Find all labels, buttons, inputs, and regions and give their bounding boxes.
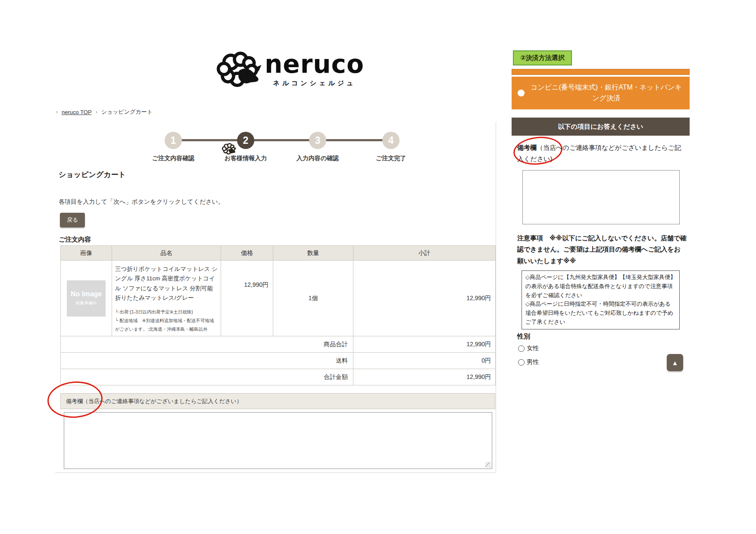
site-logo[interactable]: neruco ネルコンシェルジュ — [216, 50, 364, 89]
col-header-image: 画像 — [61, 246, 112, 261]
col-header-price: 価格 — [221, 246, 273, 261]
brand-subtitle: ネルコンシェルジュ — [273, 79, 356, 87]
resize-handle-icon[interactable] — [485, 462, 491, 468]
payment-section-bar — [512, 69, 690, 75]
item-quantity: 1個 — [273, 261, 353, 336]
step-circle-4: 4 — [382, 132, 400, 149]
col-header-subtotal: 小計 — [353, 246, 496, 261]
item-subtotal: 12,990円 — [353, 261, 496, 336]
item-price: 12,990円 — [221, 261, 273, 336]
breadcrumb-arrow-icon: › — [56, 109, 58, 115]
back-button[interactable]: 戻る — [60, 213, 85, 227]
radio-female-icon[interactable] — [518, 345, 525, 352]
step-circle-2: 2 — [237, 132, 254, 149]
grand-total-label: 合計金額 — [61, 369, 353, 385]
payment-radio-icon[interactable] — [518, 90, 525, 96]
table-row-shipping-fee: 送料 0円 — [61, 353, 496, 369]
remarks-label-right: 備考欄（当店へのご連絡事項などがございましたらご記入ください) — [517, 142, 685, 164]
breadcrumb-arrow-icon: › — [96, 109, 97, 115]
shipping-fee-value: 0円 — [353, 353, 496, 369]
remarks-textarea-left[interactable] — [64, 412, 492, 469]
radio-male-icon[interactable] — [518, 359, 525, 366]
remarks-keyword: 備考欄 — [517, 144, 537, 151]
notice-box: ◇商品ページに【九州発大型家具便】【埼玉発大型家具便】の表示がある場合特殊な配送… — [522, 270, 680, 329]
merchandise-total-label: 商品合計 — [61, 336, 353, 353]
shipping-note: └ 出荷:{1-3日以内出荷予定※土日祝除} — [115, 308, 218, 317]
brand-wordmark: neruco — [265, 52, 364, 77]
notice-paragraph-2: ◇商品ページに日時指定不可・時間指定不可の表示がある場合希望日時をいただいてもご… — [525, 300, 676, 326]
cart-item-row: No Image 画像準備中 三つ折りポケットコイルマットレス シングル 厚さ1… — [61, 261, 496, 336]
screenshot-edge-vertical — [496, 122, 496, 472]
breadcrumb-home-link[interactable]: neruco TOP — [62, 109, 92, 115]
remarks-textarea-right[interactable] — [522, 170, 680, 224]
grand-total-value: 12,990円 — [353, 369, 496, 385]
sheep-logo-icon — [216, 50, 264, 89]
shipping-fee-label: 送料 — [61, 353, 353, 369]
payment-option-convenience[interactable]: コンビニ(番号端末式)・銀行ATM・ネットバンキング決済 — [512, 77, 690, 109]
product-name: 三つ折りポケットコイルマットレス シングル 厚さ11cm 高密度ポケットコイル … — [115, 264, 218, 303]
breadcrumb: › neruco TOP › ショッピングカート — [56, 108, 153, 116]
breadcrumb-current: ショッピングカート — [101, 108, 153, 116]
step-order-review: 1 ご注文内容確認 — [139, 132, 208, 162]
step-circle-1: 1 — [165, 132, 182, 149]
step-order-complete: 4 ご注文完了 — [356, 132, 425, 162]
step-circle-3: 3 — [309, 132, 326, 149]
no-image-placeholder: No Image 画像準備中 — [67, 280, 106, 317]
sheep-step-icon — [222, 143, 237, 155]
order-section-title: ご注文内容 — [59, 236, 91, 244]
page-title: ショッピングカート — [59, 170, 126, 180]
page: neruco ネルコンシェルジュ › neruco TOP › ショッピングカー… — [0, 0, 756, 534]
gender-option-male[interactable]: 男性 — [518, 358, 539, 366]
instruction-text: 各項目を入力して「次へ」ボタンをクリックしてください。 — [59, 198, 224, 206]
delivery-area-note: └ 配送地域 ※別途送料追加地域・配送不可地域がございます。:北海道・沖縄本島・… — [115, 317, 218, 334]
scroll-to-top-button[interactable]: ▲ — [667, 354, 683, 371]
table-row-merchandise-total: 商品合計 12,990円 — [61, 336, 496, 353]
cart-table: 画像 品名 価格 数量 小計 No Image 画像準備中 三つ折りポケットコイ… — [60, 245, 496, 385]
payment-option-label: コンビニ(番号端末式)・銀行ATM・ネットバンキング決済 — [529, 82, 684, 104]
col-header-quantity: 数量 — [273, 246, 353, 261]
gender-option-female[interactable]: 女性 — [518, 345, 539, 352]
notice-title: 注意事項 ※※以下にご記入しないでください。店舗で確認できません。ご要望は上記項… — [517, 233, 687, 267]
up-triangle-icon: ▲ — [672, 359, 678, 366]
questionnaire-header: 以下の項目にお答えください — [512, 118, 690, 136]
notice-paragraph-1: ◇商品ページに【九州発大型家具便】【埼玉発大型家具便】の表示がある場合特殊な配送… — [525, 273, 676, 300]
step-confirm-input: 3 入力内容の確認 — [283, 132, 352, 162]
payment-step-tag: ②決済方法選択 — [513, 50, 572, 65]
gender-label: 性別 — [517, 332, 530, 341]
remarks-label-left: 備考欄（当店へのご連絡事項などがございましたらご記入ください） — [60, 393, 495, 409]
col-header-name: 品名 — [112, 246, 221, 261]
screenshot-edge-horizontal — [55, 472, 496, 473]
cart-table-header-row: 画像 品名 価格 数量 小計 — [61, 246, 496, 261]
merchandise-total-value: 12,990円 — [353, 336, 496, 353]
table-row-grand-total: 合計金額 12,990円 — [61, 369, 496, 385]
